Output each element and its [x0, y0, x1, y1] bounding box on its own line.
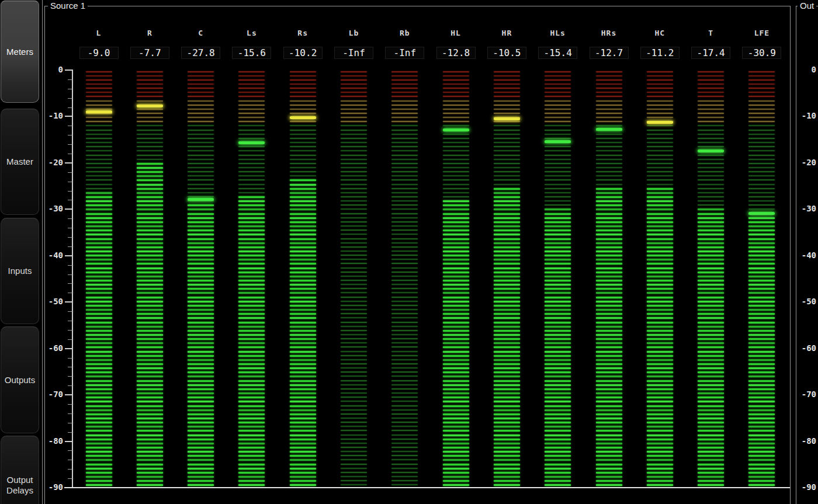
sidebar-tab-meters-label: Meters	[6, 47, 33, 57]
meters-screen: { "app": {"background": "#000000"}, "sid…	[0, 0, 818, 504]
sidebar-tab-master-label: Master	[6, 157, 33, 167]
source-frame	[44, 6, 791, 504]
panel-divider	[42, 0, 43, 504]
source-frame-label: Source 1	[48, 1, 88, 11]
sidebar-tab-inputs[interactable]: Inputs	[1, 218, 39, 324]
sidebar-tab-meters[interactable]: Meters	[1, 1, 39, 103]
out-frame	[796, 6, 818, 504]
sidebar-tab-outputs-label: Outputs	[5, 375, 36, 385]
sidebar-tab-master[interactable]: Master	[1, 109, 39, 215]
sidebar-tab-output-delays[interactable]: Output Delays	[1, 436, 39, 504]
out-frame-label: Out	[798, 1, 816, 11]
sidebar-tab-inputs-label: Inputs	[8, 266, 32, 276]
sidebar-tab-outputs[interactable]: Outputs	[1, 326, 39, 433]
sidebar-tab-output-delays-label: Output Delays	[2, 475, 37, 496]
